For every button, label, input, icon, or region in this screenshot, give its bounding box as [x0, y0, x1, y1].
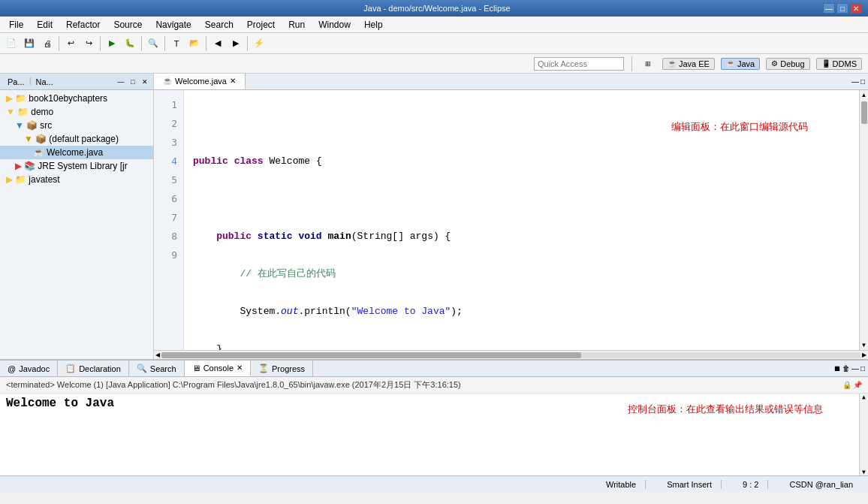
status-writable: Writable — [597, 480, 646, 489]
editor-content[interactable]: 1 2 3 4 5 6 7 8 9 public class Welcome {… — [154, 90, 868, 350]
tab-javadoc[interactable]: @ Javadoc — [0, 361, 58, 376]
tab-declaration[interactable]: 📋 Declaration — [58, 361, 129, 376]
menu-help[interactable]: Help — [358, 18, 389, 32]
toolbar-sep-5 — [206, 36, 206, 51]
bottom-panel: @ Javadoc 📋 Declaration 🔍 Search 🖥 Conso… — [0, 359, 868, 475]
bottom-panel-controls: ⏹ 🗑 — □ — [833, 361, 868, 376]
tree-item-welcome[interactable]: ☕ Welcome.java — [0, 146, 153, 159]
sidebar: Pa... | Na... — □ ✕ ▶ 📁 book10ebychapter… — [0, 74, 154, 359]
tree-item-pkg[interactable]: ▼ 📦 (default package) — [0, 132, 153, 146]
menu-run[interactable]: Run — [282, 18, 311, 32]
bottom-minimize[interactable]: — — [851, 364, 859, 373]
hscroll-track — [161, 352, 860, 358]
javadoc-label: Javadoc — [19, 364, 50, 373]
javatest-folder-icon: ▶ 📁 — [6, 174, 26, 185]
menu-refactor[interactable]: Refactor — [60, 18, 106, 32]
main-area: Pa... | Na... — □ ✕ ▶ 📁 book10ebychapter… — [0, 74, 868, 359]
perspective-ddms[interactable]: 📱 DDMS — [816, 58, 862, 70]
console-annotation: 控制台面板：在此查看输出结果或错误等信息 — [628, 403, 823, 416]
cvscroll-down[interactable]: ▼ — [862, 469, 866, 475]
vscroll-thumb[interactable] — [861, 101, 867, 124]
new-button[interactable]: 📄 — [3, 35, 20, 52]
tab-progress[interactable]: ⏳ Progress — [251, 361, 313, 376]
menu-window[interactable]: Window — [312, 18, 357, 32]
param-string: String[] args — [357, 228, 433, 246]
vscroll-up[interactable]: ▲ — [861, 92, 867, 98]
close-button[interactable]: ✕ — [850, 3, 862, 14]
code-line-7: } — [193, 340, 850, 350]
line-num-4: 4 — [154, 152, 183, 171]
tree-item-src[interactable]: ▼ 📦 src — [0, 119, 153, 132]
debug-button[interactable]: 🐛 — [122, 35, 138, 52]
progress-icon: ⏳ — [258, 364, 269, 373]
tree-item-demo[interactable]: ▼ 📁 demo — [0, 105, 153, 119]
sidebar-header: Pa... | Na... — □ ✕ — [0, 74, 153, 90]
open-perspective-button[interactable]: ⊞ — [640, 56, 656, 72]
javaee-icon: ☕ — [668, 59, 677, 68]
keyword-void: void — [298, 228, 321, 246]
save-button[interactable]: 💾 — [21, 35, 38, 52]
sidebar-maximize-btn[interactable]: □ — [128, 77, 138, 87]
sidebar-tab-navigator[interactable]: Na... — [31, 76, 57, 88]
prev-edit-button[interactable]: ◀ — [209, 35, 226, 52]
undo-button[interactable]: ↩ — [62, 35, 79, 52]
window-controls[interactable]: — □ ✕ — [823, 3, 862, 14]
hscroll-left[interactable]: ◀ — [155, 352, 160, 358]
console-output-text: Welcome to Java — [6, 397, 114, 410]
menu-project[interactable]: Project — [241, 18, 281, 32]
debug-label: Debug — [780, 59, 804, 68]
clear-btn[interactable]: 🗑 — [842, 364, 850, 373]
tree-label-demo: demo — [31, 107, 53, 117]
pin-btn[interactable]: 📌 — [853, 381, 862, 389]
cvscroll-up[interactable]: ▲ — [862, 394, 866, 400]
bottom-maximize[interactable]: □ — [860, 364, 865, 373]
redo-button[interactable]: ↪ — [80, 35, 97, 52]
tree-item-jre[interactable]: ▶ 📚 JRE System Library [jr — [0, 159, 153, 173]
minimize-button[interactable]: — — [823, 3, 835, 14]
tree-item-book10[interactable]: ▶ 📁 book10ebychapters — [0, 92, 153, 105]
hscroll-thumb[interactable] — [161, 352, 581, 358]
tab-console[interactable]: 🖥 Console ✕ — [185, 361, 251, 376]
scroll-lock-btn[interactable]: 🔒 — [842, 381, 851, 389]
editor-vscroll[interactable]: ▲ ▼ — [859, 90, 868, 350]
hscroll-right[interactable]: ▶ — [862, 352, 866, 358]
editor-annotation: 编辑面板：在此窗口编辑源代码 — [671, 120, 808, 134]
stop-btn[interactable]: ⏹ — [833, 364, 841, 373]
editor-tab-close[interactable]: ✕ — [230, 77, 236, 85]
editor-maximize-btn[interactable]: □ — [860, 77, 865, 86]
perspective-javaee[interactable]: ☕ Java EE — [662, 58, 715, 70]
javadoc-icon: @ — [8, 364, 16, 373]
menu-navigate[interactable]: Navigate — [149, 18, 197, 32]
editor-tab-welcome[interactable]: ☕ Welcome.java ✕ — [154, 74, 246, 89]
window-title: Java - demo/src/Welcome.java - Eclipse — [363, 4, 510, 13]
open-type-button[interactable]: T — [168, 35, 185, 52]
console-tab-close[interactable]: ✕ — [237, 364, 243, 372]
open-resource-button[interactable]: 📂 — [186, 35, 203, 52]
sidebar-minimize-btn[interactable]: — — [116, 77, 126, 87]
editor-hscroll[interactable]: ◀ ▶ — [154, 350, 868, 359]
menu-source[interactable]: Source — [107, 18, 148, 32]
menu-file[interactable]: File — [3, 18, 29, 32]
next-edit-button[interactable]: ▶ — [228, 35, 244, 52]
line-num-1: 1 — [154, 96, 183, 115]
sidebar-close-btn[interactable]: ✕ — [140, 77, 150, 87]
menu-search[interactable]: Search — [199, 18, 240, 32]
vscroll-down[interactable]: ▼ — [861, 342, 867, 349]
perspective-java[interactable]: ☕ Java — [721, 58, 760, 70]
sidebar-tab-package[interactable]: Pa... — [3, 76, 29, 88]
console-icon: 🖥 — [192, 364, 200, 373]
perspective-debug[interactable]: ⚙ Debug — [766, 58, 809, 70]
search-global-button[interactable]: 🔍 — [145, 35, 161, 52]
pkg-icon: ▼ 📦 — [24, 134, 47, 144]
tree-label-src: src — [40, 120, 52, 131]
console-vscroll[interactable]: ▲ ▼ — [859, 394, 868, 475]
next-annotation-button[interactable]: ⚡ — [251, 35, 267, 52]
run-button[interactable]: ▶ — [104, 35, 120, 52]
menu-edit[interactable]: Edit — [31, 18, 59, 32]
print-button[interactable]: 🖨 — [39, 35, 56, 52]
tab-search[interactable]: 🔍 Search — [129, 361, 185, 376]
editor-minimize-btn[interactable]: — — [851, 77, 859, 86]
maximize-button[interactable]: □ — [836, 3, 848, 14]
tree-item-javatest[interactable]: ▶ 📁 javatest — [0, 173, 153, 186]
quickaccess-input[interactable] — [534, 57, 624, 71]
